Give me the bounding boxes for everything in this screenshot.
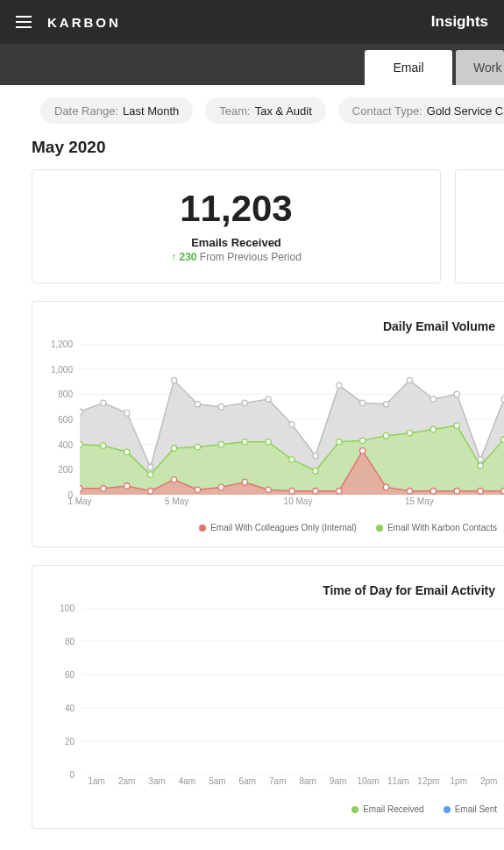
svg-point-42 — [454, 423, 459, 428]
svg-point-18 — [337, 382, 342, 388]
stat-card-emails-received: 11,203 Emails Received ↑ 230 From Previo… — [32, 169, 441, 283]
tab-bar: Email Work — [0, 44, 504, 85]
svg-point-31 — [195, 444, 200, 449]
stat-delta: ↑ 230 From Previous Period — [171, 251, 302, 263]
svg-point-51 — [218, 484, 224, 489]
filter-value: Last Month — [123, 104, 179, 118]
legend-item-received: Email Received — [351, 804, 423, 814]
svg-point-16 — [289, 422, 295, 427]
svg-point-43 — [478, 463, 483, 468]
svg-point-48 — [148, 489, 153, 494]
legend-item-karbon: Email With Karbon Contacts — [376, 523, 497, 532]
brand-logo: KARBON — [47, 15, 431, 30]
svg-point-10 — [148, 464, 153, 469]
svg-point-15 — [266, 396, 271, 402]
filter-date-range[interactable]: Date Range: Last Month — [40, 97, 193, 124]
filter-value: Gold Service Client — [427, 104, 504, 118]
svg-point-54 — [289, 489, 295, 494]
svg-point-9 — [124, 411, 130, 416]
svg-point-21 — [407, 377, 412, 382]
svg-point-20 — [383, 402, 388, 407]
svg-point-36 — [313, 468, 318, 474]
chart-title: Time of Day for Email Activity — [43, 583, 504, 597]
svg-point-59 — [407, 489, 412, 494]
svg-point-47 — [124, 483, 130, 489]
svg-point-46 — [101, 486, 106, 491]
legend-dot-icon — [376, 525, 383, 532]
svg-point-38 — [360, 438, 366, 443]
svg-point-11 — [171, 377, 176, 382]
svg-point-7 — [80, 409, 82, 414]
delta-value: 230 — [179, 251, 196, 263]
svg-point-32 — [218, 441, 224, 446]
svg-point-60 — [430, 489, 436, 494]
chart-title: Daily Email Volume — [43, 319, 504, 333]
svg-point-61 — [454, 489, 459, 494]
svg-point-62 — [478, 489, 483, 494]
svg-point-13 — [218, 404, 224, 409]
svg-point-12 — [195, 402, 200, 407]
filter-label: Contact Type: — [352, 104, 422, 118]
svg-point-37 — [337, 439, 342, 445]
svg-point-53 — [266, 487, 271, 492]
legend-item-internal: Email With Colleagues Only (Internal) — [199, 523, 357, 532]
legend-dot-icon — [351, 806, 358, 813]
stat-value: 11,203 — [180, 190, 292, 227]
svg-point-40 — [407, 431, 412, 436]
tab-email[interactable]: Email — [365, 50, 452, 85]
filter-team[interactable]: Team: Tax & Audit — [205, 97, 325, 124]
svg-point-29 — [148, 472, 153, 477]
svg-point-27 — [101, 443, 106, 448]
page-title: Insights — [431, 13, 488, 31]
legend-dot-icon — [199, 525, 206, 532]
svg-point-19 — [360, 400, 366, 405]
svg-point-49 — [171, 477, 176, 482]
svg-point-23 — [454, 391, 459, 396]
svg-point-22 — [430, 396, 436, 402]
chart-legend: Email With Colleagues Only (Internal) Em… — [43, 511, 504, 538]
legend-item-sent: Email Sent — [444, 804, 497, 814]
svg-point-52 — [242, 479, 247, 484]
svg-point-30 — [171, 446, 176, 451]
stat-label: Emails Received — [191, 236, 281, 249]
filter-contact-type[interactable]: Contact Type: Gold Service Client — [338, 97, 504, 124]
delta-text: From Previous Period — [200, 251, 302, 263]
svg-point-50 — [195, 487, 200, 492]
svg-point-33 — [242, 439, 247, 445]
chart-daily-email-volume: Daily Email Volume 02004006008001,0001,2… — [32, 301, 504, 547]
svg-point-26 — [80, 441, 82, 446]
svg-point-35 — [289, 457, 295, 462]
svg-point-17 — [313, 453, 318, 458]
svg-point-39 — [383, 432, 388, 438]
svg-point-34 — [266, 439, 271, 445]
svg-point-45 — [80, 486, 82, 491]
chart-legend: Email Received Email Sent — [43, 792, 504, 819]
filter-bar: Date Range: Last Month Team: Tax & Audit… — [0, 85, 504, 129]
svg-point-56 — [337, 489, 342, 494]
menu-icon[interactable] — [16, 16, 32, 28]
chart-time-of-day: Time of Day for Email Activity 020406080… — [32, 565, 504, 829]
svg-point-14 — [242, 400, 247, 405]
stat-card-next — [455, 169, 504, 283]
filter-value: Tax & Audit — [255, 104, 312, 118]
filter-label: Date Range: — [54, 104, 118, 118]
svg-point-41 — [430, 426, 436, 432]
legend-dot-icon — [444, 806, 451, 813]
svg-point-8 — [101, 400, 106, 405]
svg-point-28 — [124, 449, 130, 454]
svg-point-57 — [360, 448, 366, 454]
arrow-up-icon: ↑ — [171, 251, 176, 263]
period-heading: May 2020 — [0, 129, 504, 169]
svg-point-55 — [313, 489, 318, 494]
svg-point-58 — [383, 484, 388, 489]
filter-label: Team: — [219, 104, 250, 118]
tab-work[interactable]: Work — [456, 50, 504, 85]
